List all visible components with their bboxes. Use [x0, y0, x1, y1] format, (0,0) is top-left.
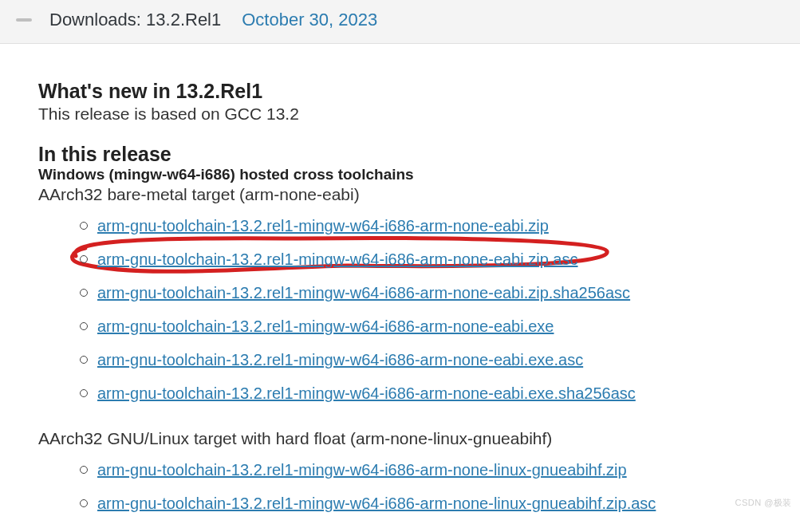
download-links-section1: arm-gnu-toolchain-13.2.rel1-mingw-w64-i6…	[80, 214, 762, 405]
list-item: arm-gnu-toolchain-13.2.rel1-mingw-w64-i6…	[80, 214, 762, 238]
host-toolchain-label: Windows (mingw-w64-i686) hosted cross to…	[38, 166, 762, 183]
download-link[interactable]: arm-gnu-toolchain-13.2.rel1-mingw-w64-i6…	[97, 284, 630, 301]
whats-new-heading: What's new in 13.2.Rel1	[38, 80, 762, 103]
download-link[interactable]: arm-gnu-toolchain-13.2.rel1-mingw-w64-i6…	[97, 217, 549, 234]
download-link[interactable]: arm-gnu-toolchain-13.2.rel1-mingw-w64-i6…	[97, 317, 554, 335]
header-title: Downloads: 13.2.Rel1	[49, 10, 221, 30]
whats-new-description: This release is based on GCC 13.2	[38, 104, 762, 124]
download-links-section2: arm-gnu-toolchain-13.2.rel1-mingw-w64-i6…	[80, 458, 762, 515]
list-item: arm-gnu-toolchain-13.2.rel1-mingw-w64-i6…	[80, 247, 762, 271]
header-date: October 30, 2023	[242, 10, 377, 30]
download-link[interactable]: arm-gnu-toolchain-13.2.rel1-mingw-w64-i6…	[97, 384, 636, 402]
target-label-1: AArch32 bare-metal target (arm-none-eabi…	[38, 185, 762, 204]
download-link[interactable]: arm-gnu-toolchain-13.2.rel1-mingw-w64-i6…	[97, 495, 656, 512]
content: What's new in 13.2.Rel1 This release is …	[0, 44, 800, 515]
list-item: arm-gnu-toolchain-13.2.rel1-mingw-w64-i6…	[80, 458, 762, 482]
download-link[interactable]: arm-gnu-toolchain-13.2.rel1-mingw-w64-i6…	[97, 461, 627, 479]
list-item: arm-gnu-toolchain-13.2.rel1-mingw-w64-i6…	[80, 314, 762, 338]
in-this-release-heading: In this release	[38, 143, 762, 166]
target-label-2: AArch32 GNU/Linux target with hard float…	[38, 429, 762, 448]
list-item: arm-gnu-toolchain-13.2.rel1-mingw-w64-i6…	[80, 381, 762, 405]
list-item: arm-gnu-toolchain-13.2.rel1-mingw-w64-i6…	[80, 491, 762, 515]
header-bar: Downloads: 13.2.Rel1 October 30, 2023	[0, 0, 800, 44]
download-link[interactable]: arm-gnu-toolchain-13.2.rel1-mingw-w64-i6…	[97, 250, 578, 268]
watermark: CSDN @极装	[735, 497, 792, 509]
list-item: arm-gnu-toolchain-13.2.rel1-mingw-w64-i6…	[80, 281, 762, 305]
list-item: arm-gnu-toolchain-13.2.rel1-mingw-w64-i6…	[80, 348, 762, 372]
download-link[interactable]: arm-gnu-toolchain-13.2.rel1-mingw-w64-i6…	[97, 351, 583, 368]
collapse-icon[interactable]	[16, 18, 32, 22]
